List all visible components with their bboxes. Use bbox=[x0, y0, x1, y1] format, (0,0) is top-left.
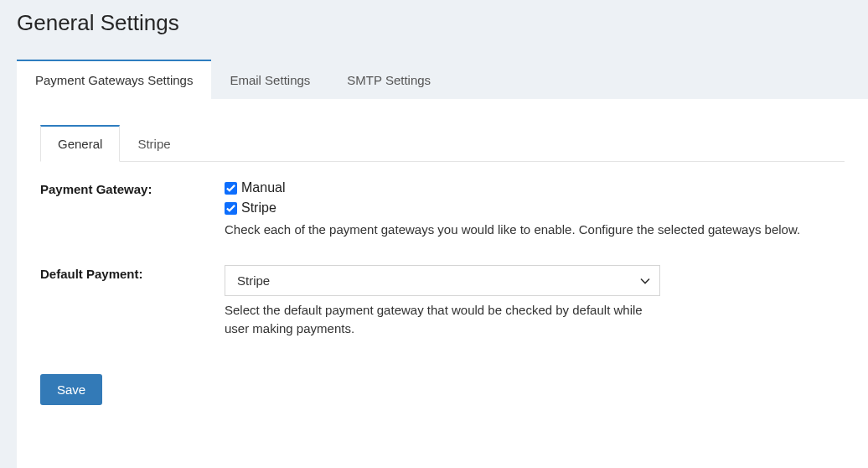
subtab-general[interactable]: General bbox=[40, 125, 120, 162]
payment-gateway-help: Check each of the payment gateways you w… bbox=[225, 221, 828, 240]
gateway-option-stripe: Stripe bbox=[225, 200, 845, 216]
payment-gateway-field: Manual Stripe Check each of the payment … bbox=[225, 180, 845, 240]
payment-gateway-label: Payment Gateway: bbox=[40, 180, 225, 196]
sub-tabs: General Stripe bbox=[40, 124, 845, 162]
gateway-option-manual: Manual bbox=[225, 180, 845, 195]
check-icon bbox=[226, 184, 235, 193]
default-payment-label: Default Payment: bbox=[40, 265, 225, 281]
settings-panel: General Stripe Payment Gateway: Manual S… bbox=[17, 99, 868, 468]
page-title: General Settings bbox=[0, 0, 868, 60]
default-payment-select[interactable]: Stripe bbox=[225, 265, 660, 296]
default-payment-help: Select the default payment gateway that … bbox=[225, 301, 660, 339]
save-button[interactable]: Save bbox=[40, 374, 102, 405]
subtab-stripe[interactable]: Stripe bbox=[120, 125, 188, 162]
default-payment-select-wrap: Stripe bbox=[225, 265, 660, 296]
stripe-checkbox-label: Stripe bbox=[241, 200, 276, 216]
default-payment-field: Stripe Select the default payment gatewa… bbox=[225, 265, 845, 339]
main-tabs: Payment Gateways Settings Email Settings… bbox=[17, 60, 868, 99]
default-payment-row: Default Payment: Stripe Select the defau… bbox=[40, 265, 845, 339]
payment-gateway-row: Payment Gateway: Manual Stripe Check eac… bbox=[40, 180, 845, 240]
tab-smtp-settings[interactable]: SMTP Settings bbox=[328, 60, 449, 99]
manual-checkbox-label: Manual bbox=[241, 180, 285, 195]
manual-checkbox[interactable] bbox=[225, 182, 237, 195]
tab-email-settings[interactable]: Email Settings bbox=[211, 60, 328, 99]
check-icon bbox=[226, 204, 235, 213]
tab-payment-gateways-settings[interactable]: Payment Gateways Settings bbox=[17, 60, 211, 99]
stripe-checkbox[interactable] bbox=[225, 202, 237, 215]
